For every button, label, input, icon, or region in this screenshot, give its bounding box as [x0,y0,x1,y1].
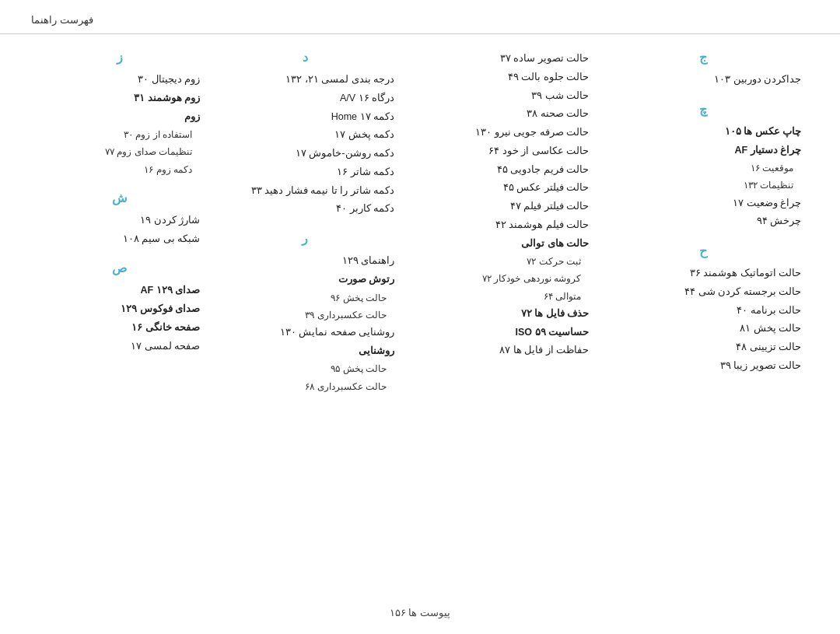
entry-halat-barnama: حالت برنامه ۴۰ [604,302,801,321]
column-center-left: د درجه بندی لمسی ۲۱، ۱۳۲ درگاه A/V ۱۶ دک… [208,50,402,575]
entry-safha-khanagi: صفحه خانگی ۱۶ [39,319,200,338]
sub-zoom-tanzim-seda: تنظیمات صدای زوم ۷۷ [39,143,200,160]
letter-shin: ش [39,191,200,205]
letter-ze: ز [39,50,200,65]
section-halat-continued: حالت تصویر ساده ۳۷ حالت جلوه بالت ۴۹ حال… [410,50,589,360]
sub-zoom-estefade: استفاده از زوم ۳۰ [39,126,200,143]
entry-halat-automat: حالت اتوماتیک هوشمند ۳۶ [604,264,801,283]
entry-roshanai: روشنایی [215,342,394,361]
column-center-right: حالت تصویر ساده ۳۷ حالت جلوه بالت ۴۹ حال… [402,50,597,575]
section-sad: ص صدای AF ۱۲۹ صدای فوکوس ۱۲۹ صفحه خانگی … [39,261,200,356]
entry-halat-tasvir-ziba: حالت تصویر زیبا ۳۹ [604,357,801,376]
entry-charkhesh: چرخش ۹۴ [604,212,801,231]
entry-charagh-vaziat: چراغ وضعیت ۱۷ [604,194,801,213]
entry-sharz-kardan: شارژ کردن ۱۹ [39,212,200,230]
entry-rotush-soorat: رتوش صورت [215,271,394,289]
sub-motavali: متوالی ۶۴ [410,288,589,305]
entry-zoom: زوم [39,108,200,127]
entry-dokme-home: دکمه Home ۱۷ [215,108,394,127]
page-footer: پیوست ها ۱۵۶ [0,607,840,618]
sub-roshanai-akkasi: حالت عکسبرداری ۶۸ [215,378,394,395]
entry-seda-focus: صدای فوکوس ۱۲۹ [39,300,200,319]
main-content: ج جداکردن دوربین ۱۰۳ چ چاپ عکس ها ۱۰۵ چر… [0,34,840,590]
entry-dokme-roshankhamoosh: دکمه روشن-خاموش ۱۷ [215,145,394,163]
entry-zoom-hoshm: زوم هوشمند ۳۱ [39,89,200,108]
entry-halat-tasvir-sada: حالت تصویر ساده ۳۷ [410,50,589,68]
section-ha: ح حالت اتوماتیک هوشمند ۳۶ حالت برجسته کر… [604,243,801,376]
sub-entry-tanzimate-charagh: تنظیمات ۱۳۲ [604,177,801,194]
entry-halat-sarfa: حالت صرفه جویی نیرو ۱۳۰ [410,124,589,142]
sub-harkat: ثبت حرکت ۷۲ [410,253,589,270]
letter-che: چ [604,102,801,117]
entry-halat-toali: حالت های توالی [410,235,589,254]
column-left: ز زوم دیجیتال ۳۰ زوم هوشمند ۳۱ زوم استفا… [31,50,208,575]
entry-dokme-karbor: دکمه کاربر ۴۰ [215,200,394,219]
sub-rotush-pakhsh: حالت پخش ۹۶ [215,289,394,306]
entry-seda-af: صدای AF ۱۲۹ [39,282,200,300]
entry-safha-lamsi: صفحه لمسی ۱۷ [39,338,200,356]
header-title: فهرست راهنما [31,14,93,26]
section-che: چ چاپ عکس ها ۱۰۵ چراغ دستیار AF موقعیت ۱… [604,102,801,231]
entry-hassasiyat-iso: حساسیت ISO ۵۹ [410,324,589,342]
entry-hefazat: حفاظت از فایل ها ۸۷ [410,342,589,360]
entry-halat-filter-film: حالت فیلتر فیلم ۴۷ [410,198,589,216]
entry-rahnamai: راهنمای ۱۲۹ [215,252,394,271]
entry-halat-pakhsh: حالت پخش ۸۱ [604,320,801,338]
entry-roshanai-safheh: روشنایی صفحه نمایش ۱۳۰ [215,324,394,342]
entry-halat-filter-aks: حالت فیلتر عکس ۴۵ [410,179,589,198]
section-ze: ز زوم دیجیتال ۳۰ زوم هوشمند ۳۱ زوم استفا… [39,50,200,178]
entry-jadakardane-dourbin: جداکردن دوربین ۱۰۳ [604,71,801,89]
entry-shabaka-bisim: شبکه بی سیم ۱۰۸ [39,230,200,249]
sub-rotush-akkasi: حالت عکسبرداری ۳۹ [215,306,394,324]
entry-halat-jalva-balet: حالت جلوه بالت ۴۹ [410,68,589,87]
letter-dal: د [215,50,394,65]
entry-dokme-pakhsh: دکمه پخش ۱۷ [215,126,394,145]
entry-halat-shab: حالت شب ۳۹ [410,87,589,106]
letter-re: ر [215,231,394,246]
entry-zoom-digital: زوم دیجیتال ۳۰ [39,71,200,89]
entry-dokme-shater: دکمه شاتر ۱۶ [215,163,394,182]
entry-hazf-fail: حذف فایل ها ۷۲ [410,305,589,324]
entry-darja-bandi: درجه بندی لمسی ۲۱، ۱۳۲ [215,71,394,89]
letter-sad: ص [39,261,200,275]
entry-chap-aks: چاپ عکس ها ۱۰۵ [604,123,801,142]
page-header: فهرست راهنما [0,0,840,34]
entry-charagh-dastyar: چراغ دستیار AF [604,142,801,160]
entry-halat-sahna: حالت صحنه ۳۸ [410,105,589,124]
entry-halat-farim: حالت فریم جادویی ۴۵ [410,161,589,180]
sub-zoom-dokme: دکمه زوم ۱۶ [39,161,200,178]
entry-halat-film-hoshm: حالت فیلم هوشمند ۴۲ [410,216,589,235]
section-dal: د درجه بندی لمسی ۲۱، ۱۳۲ درگاه A/V ۱۶ دک… [215,50,394,219]
section-re: ر راهنمای ۱۲۹ رتوش صورت حالت پخش ۹۶ حالت… [215,231,394,395]
entry-halat-tazini: حالت تزیینی ۴۸ [604,338,801,357]
sub-korosha: کروشه نوردهی خودکار ۷۲ [410,270,589,287]
letter-ha: ح [604,243,801,258]
entry-halat-akkasi: حالت عکاسی از خود ۶۴ [410,142,589,161]
section-jeh: ج جداکردن دوربین ۱۰۳ [604,50,801,89]
section-shin: ش شارژ کردن ۱۹ شبکه بی سیم ۱۰۸ [39,191,200,249]
sub-roshanai-pakhsh: حالت پخش ۹۵ [215,360,394,377]
entry-halat-barjaste: حالت برجسته کردن شی ۴۴ [604,283,801,302]
entry-dargah-av: درگاه A/V ۱۶ [215,89,394,108]
sub-entry-mogheiyat: موقعیت ۱۶ [604,159,801,177]
letter-jeh: ج [604,50,801,65]
entry-dokme-shater-nim: دکمه شاتر را تا نیمه فشار دهید ۳۳ [215,182,394,201]
footer-text: پیوست ها ۱۵۶ [390,607,450,618]
column-right: ج جداکردن دوربین ۱۰۳ چ چاپ عکس ها ۱۰۵ چر… [597,50,809,575]
